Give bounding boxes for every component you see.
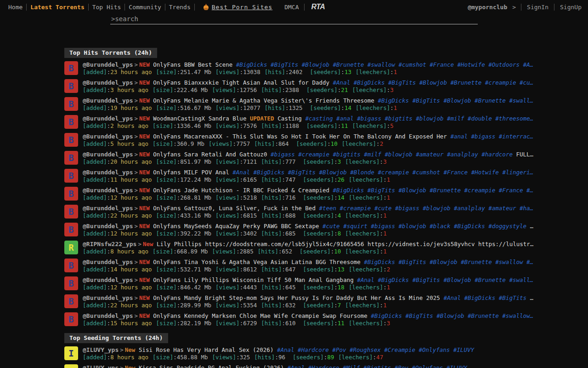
hashtag-link[interactable]: #BigTits: [384, 79, 416, 86]
hashtag-link[interactable]: #BigTits: [409, 97, 440, 104]
hashtag-link[interactable]: #Blowjob: [316, 169, 347, 176]
torrent-title[interactable]: OnlyFans MacarenaXXX - This Slut Was So …: [153, 133, 447, 140]
torrent-title[interactable]: OnlyFans BBW Best Scene: [153, 61, 232, 68]
hashtag-link[interactable]: #Hotwife: [468, 169, 499, 176]
uploader-avatar[interactable]: B: [64, 312, 78, 326]
hashtag-link[interactable]: #creampie: [336, 205, 371, 212]
torrent-title[interactable]: Lily Phillips https://doodstream.com/e/l…: [157, 241, 533, 247]
hashtag-link[interactable]: #swallow…: [499, 312, 533, 319]
hashtag-link[interactable]: #Milf: [339, 364, 360, 368]
hashtag-link[interactable]: #Blowjob: [416, 79, 447, 86]
dmca-link[interactable]: DMCA: [284, 4, 299, 11]
hashtag-link[interactable]: #BigDicks: [232, 61, 267, 68]
hashtag-link[interactable]: #casting: [302, 115, 333, 122]
uploader-avatar[interactable]: B: [64, 79, 78, 93]
hashtag-link[interactable]: #BigTits: [364, 187, 395, 194]
uploader-avatar[interactable]: I: [64, 364, 78, 368]
torrent-title[interactable]: OnlyFans Bianxxxkie Tight Asian Anal Slu…: [153, 79, 329, 86]
hashtag-link[interactable]: #Hotwife: [454, 61, 485, 68]
uploader-name[interactable]: @RIPNsfw222_yps: [83, 241, 136, 247]
hashtag-link[interactable]: #BigDicks: [450, 223, 485, 230]
torrent-title[interactable]: OnlyFans Jade Hutchison - IR BBC Fucked …: [153, 187, 329, 194]
uploader-avatar[interactable]: B: [64, 61, 78, 75]
hashtag-link[interactable]: #creampie: [481, 79, 516, 86]
nav-trends[interactable]: Trends: [165, 4, 194, 11]
hashtag-link[interactable]: #hardcore: [478, 151, 513, 158]
account-handle[interactable]: @mypornclub: [468, 4, 507, 11]
uploader-avatar[interactable]: R: [64, 241, 78, 254]
torrent-title[interactable]: OnlyFans Lily Phillips Wisconsin Tiff 50…: [153, 276, 354, 283]
hashtag-link[interactable]: #threesome…: [492, 115, 533, 122]
uploader-avatar[interactable]: B: [64, 223, 78, 236]
hashtag-link[interactable]: #France: [440, 169, 468, 176]
uploader-avatar[interactable]: B: [64, 187, 78, 201]
hashtag-link[interactable]: #Anal: [273, 346, 294, 353]
hashtag-link[interactable]: #BigDicks: [374, 276, 409, 283]
hashtag-link[interactable]: #blowjob: [413, 115, 444, 122]
hashtag-link[interactable]: #ILUVY: [450, 346, 474, 353]
hashtag-link[interactable]: #Creampie: [381, 346, 415, 353]
hashtag-link[interactable]: #BigTits: [284, 169, 316, 176]
hashtag-link[interactable]: #Anal: [229, 169, 250, 176]
hashtag-link[interactable]: #teen: [316, 205, 336, 212]
torrent-title[interactable]: OnlyFans Gattouz0, Luna Silver, Fuck in …: [153, 205, 316, 212]
hashtag-link[interactable]: #France: [426, 61, 454, 68]
hashtag-link[interactable]: #ha…: [516, 205, 533, 212]
hashtag-link[interactable]: #BigDicks: [329, 187, 364, 194]
hashtag-link[interactable]: #BigDicks: [350, 79, 384, 86]
hashtag-link[interactable]: #BigTits: [395, 259, 426, 265]
hashtag-link[interactable]: #bigass: [468, 133, 495, 140]
hashtag-link[interactable]: #Bigtits: [360, 364, 391, 368]
torrent-title[interactable]: OnlyFans Mandy Bright Step-mom Says Her …: [153, 294, 440, 301]
hashtag-link[interactable]: #swallow: [364, 61, 395, 68]
hashtag-link[interactable]: #bigtits: [381, 115, 413, 122]
torrent-title[interactable]: Onlyfans MILF POV Anal: [153, 169, 229, 176]
hashtag-link[interactable]: #anal: [333, 115, 354, 122]
hashtag-link[interactable]: #Hardcore: [305, 364, 339, 368]
hashtag-link[interactable]: #France: [495, 187, 523, 194]
uploader-name[interactable]: @Burunddel_yps: [83, 276, 133, 283]
uploader-avatar[interactable]: I: [64, 346, 78, 360]
uploader-name[interactable]: @Burunddel_yps: [83, 97, 133, 104]
uploader-avatar[interactable]: B: [64, 133, 78, 147]
hashtag-link[interactable]: #swallow: [492, 259, 523, 265]
hashtag-link[interactable]: #Brunette: [464, 312, 499, 319]
hashtag-link[interactable]: #analplay: [450, 205, 485, 212]
torrent-title[interactable]: Casting: [274, 115, 302, 122]
hashtag-link[interactable]: #Brunette: [447, 79, 481, 86]
uploader-name[interactable]: @ILUVY_yps: [83, 364, 119, 368]
hashtag-link[interactable]: #Anal: [354, 276, 374, 283]
hashtag-link[interactable]: #Blowjob: [440, 276, 471, 283]
hashtag-link[interactable]: #Blowjob: [426, 259, 458, 265]
hashtag-link[interactable]: #Brunette: [471, 276, 506, 283]
uploader-name[interactable]: @Burunddel_yps: [83, 294, 133, 301]
torrent-title[interactable]: Onlyfans MaySeeds AquaZay Perky PAWG BBC…: [153, 223, 319, 230]
torrent-title[interactable]: OnlyFans Kennedy Marksen Chloe Mae Wife …: [153, 312, 368, 319]
hashtag-link[interactable]: #amateur: [413, 151, 444, 158]
hashtag-link[interactable]: #bigass: [392, 205, 419, 212]
hashtag-link[interactable]: #creampie: [374, 169, 409, 176]
torrent-title[interactable]: Sisi Rose Has Very Hard Anal Sex (2026): [139, 346, 274, 353]
hashtag-link[interactable]: #milf: [361, 151, 381, 158]
hashtag-link[interactable]: #cute: [371, 205, 391, 212]
hashtag-link[interactable]: #bigass: [267, 151, 295, 158]
hashtag-link[interactable]: #Blowjob: [298, 61, 329, 68]
hashtag-link[interactable]: #doggystyle: [485, 223, 526, 230]
hashtag-link[interactable]: #cumshot: [395, 61, 426, 68]
hashtag-link[interactable]: #swall…: [506, 97, 533, 104]
nav-top-hits[interactable]: Top Hits: [89, 4, 125, 11]
nav-community[interactable]: Community: [125, 4, 164, 11]
uploader-avatar[interactable]: B: [64, 276, 78, 290]
hashtag-link[interactable]: #black: [426, 223, 451, 230]
hashtag-link[interactable]: #Anal: [284, 364, 305, 368]
hashtag-link[interactable]: #BigTits: [409, 276, 440, 283]
hashtag-link[interactable]: #Onlyfans: [415, 346, 450, 353]
hashtag-link[interactable]: #double: [464, 115, 492, 122]
hashtag-link[interactable]: #BigDicks: [250, 169, 284, 176]
hashtag-link[interactable]: #squirt: [340, 223, 368, 230]
hashtag-link[interactable]: #…: [523, 187, 534, 194]
uploader-name[interactable]: @Burunddel_yps: [83, 205, 133, 212]
hashtag-link[interactable]: #BigDicks: [461, 294, 495, 301]
hashtag-link[interactable]: #A…: [520, 61, 533, 68]
hashtag-link[interactable]: #Blowjob: [395, 187, 426, 194]
